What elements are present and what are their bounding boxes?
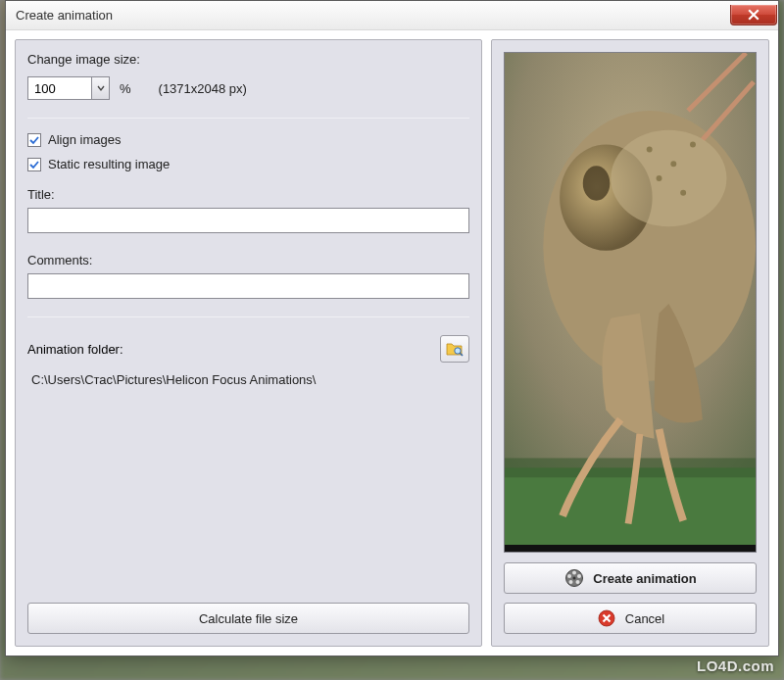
- align-images-row: Align images: [27, 132, 469, 147]
- svg-line-1: [460, 353, 463, 356]
- size-dimensions: (1371x2048 px): [159, 81, 247, 96]
- dialog-body: Change image size: % (1371x2048 px) Alig…: [6, 30, 778, 656]
- svg-point-21: [567, 574, 571, 578]
- close-icon: [748, 9, 760, 21]
- comments-input[interactable]: [27, 273, 469, 299]
- folder-search-icon: [445, 340, 465, 358]
- watermark: LO4D.com: [697, 657, 774, 674]
- svg-point-12: [670, 161, 676, 167]
- check-icon: [29, 160, 39, 170]
- calculate-file-size-button[interactable]: Calculate file size: [27, 603, 469, 634]
- size-spinner-dropdown[interactable]: [92, 76, 110, 100]
- align-images-label: Align images: [48, 132, 121, 147]
- static-image-row: Static resulting image: [27, 157, 469, 171]
- titlebar: Create animation: [6, 1, 778, 30]
- size-unit: %: [120, 81, 131, 96]
- chevron-down-icon: [97, 84, 105, 92]
- svg-point-11: [647, 147, 653, 153]
- cancel-icon: [596, 607, 617, 629]
- create-animation-dialog: Create animation Change image size: % (1…: [5, 0, 779, 656]
- size-row: % (1371x2048 px): [27, 76, 469, 100]
- svg-point-14: [657, 175, 662, 181]
- animation-folder-label: Animation folder:: [27, 342, 123, 357]
- divider: [27, 316, 469, 317]
- svg-point-20: [569, 580, 573, 584]
- title-input[interactable]: [27, 208, 469, 233]
- calculate-button-label: Calculate file size: [199, 611, 298, 626]
- folder-row: Animation folder:: [27, 335, 469, 363]
- svg-rect-4: [505, 459, 756, 478]
- size-spinner: [27, 76, 110, 100]
- align-images-checkbox[interactable]: [27, 133, 41, 147]
- size-input[interactable]: [27, 76, 92, 100]
- svg-point-13: [690, 142, 696, 148]
- divider: [27, 118, 469, 119]
- close-button[interactable]: [730, 5, 777, 25]
- svg-point-0: [455, 348, 461, 354]
- action-buttons: Create animation Cancel: [504, 562, 757, 634]
- svg-point-7: [583, 166, 611, 200]
- browse-folder-button[interactable]: [440, 335, 469, 363]
- svg-point-17: [572, 571, 576, 575]
- comments-label: Comments:: [27, 253, 469, 267]
- check-icon: [29, 135, 39, 145]
- cancel-button-label: Cancel: [625, 611, 664, 626]
- static-image-label: Static resulting image: [48, 157, 170, 171]
- change-size-label: Change image size:: [27, 52, 469, 67]
- static-image-checkbox[interactable]: [27, 158, 41, 171]
- title-label: Title:: [27, 187, 469, 202]
- preview-panel: Create animation Cancel: [491, 39, 769, 647]
- window-title: Create animation: [16, 8, 113, 23]
- svg-point-22: [573, 577, 576, 580]
- cancel-button[interactable]: Cancel: [504, 603, 757, 634]
- svg-point-15: [680, 190, 686, 196]
- grasshopper-preview-icon: [505, 53, 756, 545]
- animation-folder-path: C:\Users\Стас\Pictures\Helicon Focus Ani…: [27, 372, 469, 387]
- preview-image: [504, 52, 757, 553]
- film-reel-icon: [564, 567, 585, 589]
- settings-panel: Change image size: % (1371x2048 px) Alig…: [15, 39, 482, 647]
- create-button-label: Create animation: [593, 571, 696, 586]
- svg-point-10: [611, 130, 726, 226]
- svg-point-18: [577, 574, 581, 578]
- create-animation-button[interactable]: Create animation: [504, 562, 757, 594]
- svg-point-19: [576, 580, 580, 584]
